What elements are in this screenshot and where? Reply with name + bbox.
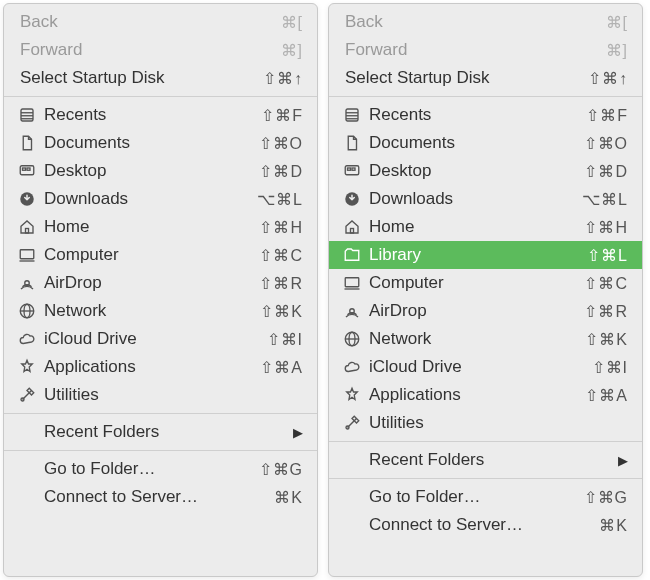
computer-icon: [341, 274, 363, 292]
menu-item-label: Desktop: [369, 161, 584, 181]
menu-item-shortcut: ⇧⌘↑: [263, 69, 303, 88]
separator: [4, 413, 317, 414]
menu-item-select-startup-disk[interactable]: Select Startup Disk⇧⌘↑: [4, 64, 317, 92]
menu-item-label: Connect to Server…: [16, 487, 274, 507]
home-icon: [16, 218, 38, 236]
menu-item-label: Back: [16, 12, 281, 32]
menu-item-desktop[interactable]: Desktop⇧⌘D: [4, 157, 317, 185]
menu-item-shortcut: ⇧⌘H: [259, 218, 303, 237]
menu-item-shortcut: ⇧⌘L: [587, 246, 628, 265]
menu-item-airdrop[interactable]: AirDrop⇧⌘R: [329, 297, 642, 325]
applications-icon: [16, 358, 38, 376]
menu-item-recent-folders[interactable]: Recent Folders▶: [329, 446, 642, 474]
menu-item-icloud-drive[interactable]: iCloud Drive⇧⌘I: [4, 325, 317, 353]
menu-item-recent-folders[interactable]: Recent Folders▶: [4, 418, 317, 446]
menu-item-label: Home: [369, 217, 584, 237]
menu-item-shortcut: ⇧⌘D: [584, 162, 628, 181]
menu-item-applications[interactable]: Applications⇧⌘A: [4, 353, 317, 381]
menu-item-shortcut: ⇧⌘R: [259, 274, 303, 293]
menu-item-label: Documents: [44, 133, 259, 153]
menu-item-label: Forward: [16, 40, 281, 60]
svg-rect-25: [345, 278, 359, 287]
menu-item-shortcut: ⇧⌘C: [259, 246, 303, 265]
menu-item-shortcut: ⌘K: [599, 516, 628, 535]
menu-item-recents[interactable]: Recents⇧⌘F: [4, 101, 317, 129]
menu-item-label: Library: [369, 245, 587, 265]
svg-rect-8: [26, 229, 29, 234]
icloud-icon: [16, 330, 38, 348]
menu-item-label: Recent Folders: [16, 422, 293, 442]
menu-item-connect-to-server[interactable]: Connect to Server…⌘K: [329, 511, 642, 539]
menu-item-shortcut: ⌘]: [606, 41, 628, 60]
desktop-icon: [341, 162, 363, 180]
menu-item-label: Network: [44, 301, 260, 321]
menu-item-shortcut: ⇧⌘I: [592, 358, 628, 377]
menu-item-shortcut: ⇧⌘K: [260, 302, 303, 321]
menu-item-applications[interactable]: Applications⇧⌘A: [329, 381, 642, 409]
menu-item-shortcut: ⌘[: [281, 13, 303, 32]
menu-item-shortcut: ⇧⌘O: [259, 134, 303, 153]
separator: [329, 478, 642, 479]
menu-item-go-to-folder[interactable]: Go to Folder…⇧⌘G: [4, 455, 317, 483]
network-icon: [16, 302, 38, 320]
applications-icon: [341, 386, 363, 404]
menu-item-go-to-folder[interactable]: Go to Folder…⇧⌘G: [329, 483, 642, 511]
menu-item-label: Select Startup Disk: [16, 68, 263, 88]
menu-item-downloads[interactable]: Downloads⌥⌘L: [329, 185, 642, 213]
menu-item-shortcut: ⇧⌘H: [584, 218, 628, 237]
menu-item-label: Applications: [369, 385, 585, 405]
menu-item-recents[interactable]: Recents⇧⌘F: [329, 101, 642, 129]
menu-item-shortcut: ⌘[: [606, 13, 628, 32]
utilities-icon: [341, 414, 363, 432]
menu-item-downloads[interactable]: Downloads⌥⌘L: [4, 185, 317, 213]
menu-item-shortcut: ⇧⌘I: [267, 330, 303, 349]
menu-item-connect-to-server[interactable]: Connect to Server…⌘K: [4, 483, 317, 511]
svg-rect-24: [351, 229, 354, 234]
menu-item-label: Computer: [44, 245, 259, 265]
recents-icon: [16, 106, 38, 124]
separator: [329, 96, 642, 97]
menu-item-documents[interactable]: Documents⇧⌘O: [4, 129, 317, 157]
menu-item-shortcut: ⌥⌘L: [582, 190, 628, 209]
menu-item-computer[interactable]: Computer⇧⌘C: [329, 269, 642, 297]
menu-item-documents[interactable]: Documents⇧⌘O: [329, 129, 642, 157]
menu-item-desktop[interactable]: Desktop⇧⌘D: [329, 157, 642, 185]
menu-item-back: Back⌘[: [329, 8, 642, 36]
menu-item-airdrop[interactable]: AirDrop⇧⌘R: [4, 269, 317, 297]
menu-item-utilities[interactable]: Utilities: [4, 381, 317, 409]
airdrop-icon: [341, 302, 363, 320]
menu-item-network[interactable]: Network⇧⌘K: [329, 325, 642, 353]
menu-item-forward: Forward⌘]: [4, 36, 317, 64]
menu-item-shortcut: ⇧⌘G: [259, 460, 303, 479]
menu-item-select-startup-disk[interactable]: Select Startup Disk⇧⌘↑: [329, 64, 642, 92]
menu-item-back: Back⌘[: [4, 8, 317, 36]
separator: [4, 96, 317, 97]
menu-item-home[interactable]: Home⇧⌘H: [329, 213, 642, 241]
menu-item-computer[interactable]: Computer⇧⌘C: [4, 241, 317, 269]
menu-item-network[interactable]: Network⇧⌘K: [4, 297, 317, 325]
menu-item-home[interactable]: Home⇧⌘H: [4, 213, 317, 241]
menu-item-label: iCloud Drive: [369, 357, 592, 377]
menu-item-shortcut: ⇧⌘F: [261, 106, 303, 125]
svg-rect-9: [20, 250, 34, 259]
menu-item-label: Utilities: [369, 413, 628, 433]
menu-item-label: Go to Folder…: [341, 487, 584, 507]
menu-item-label: AirDrop: [369, 301, 584, 321]
menu-item-label: Desktop: [44, 161, 259, 181]
menu-item-label: AirDrop: [44, 273, 259, 293]
documents-icon: [341, 134, 363, 152]
menu-item-library[interactable]: Library⇧⌘L: [329, 241, 642, 269]
menu-item-shortcut: ⌘K: [274, 488, 303, 507]
menu-item-utilities[interactable]: Utilities: [329, 409, 642, 437]
submenu-arrow-icon: ▶: [293, 425, 303, 440]
menu-item-icloud-drive[interactable]: iCloud Drive⇧⌘I: [329, 353, 642, 381]
menu-item-label: Forward: [341, 40, 606, 60]
svg-rect-22: [352, 168, 355, 170]
menu-item-forward: Forward⌘]: [329, 36, 642, 64]
svg-rect-6: [27, 168, 30, 170]
go-menu-left: Back⌘[Forward⌘]Select Startup Disk⇧⌘↑Rec…: [3, 3, 318, 577]
network-icon: [341, 330, 363, 348]
submenu-arrow-icon: ▶: [618, 453, 628, 468]
menu-item-label: Computer: [369, 273, 584, 293]
svg-rect-5: [23, 168, 26, 170]
